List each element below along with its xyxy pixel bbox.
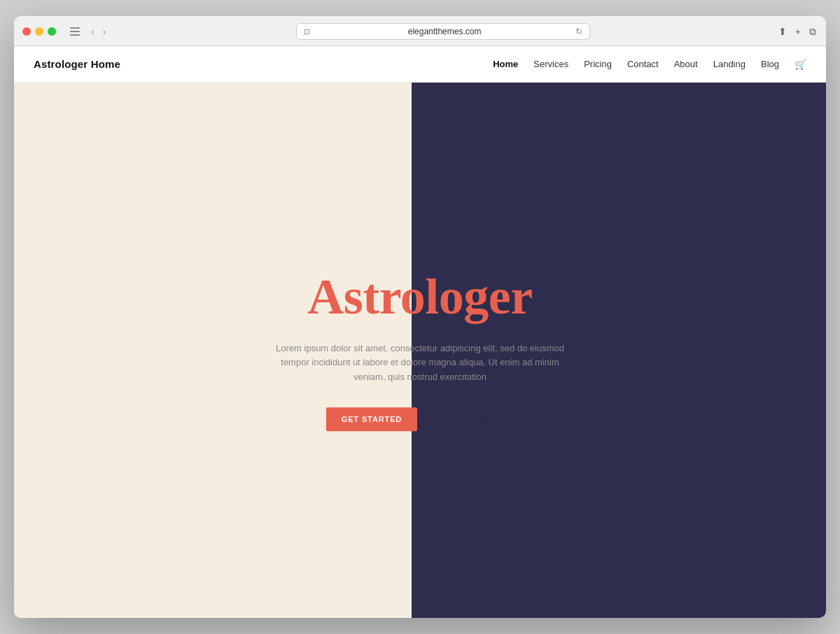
svg-rect-1 (70, 31, 80, 32)
url-text: elegantthemes.com (314, 27, 575, 36)
window-controls (67, 25, 83, 38)
svg-rect-2 (70, 34, 80, 36)
nav-contact[interactable]: Contact (627, 59, 659, 69)
nav-home[interactable]: Home (493, 59, 518, 69)
nav-arrows: ‹ › (88, 24, 108, 38)
hero-section: Astrologer Lorem ipsum dolor sit amet, c… (14, 83, 826, 618)
svg-rect-0 (70, 27, 80, 29)
browser-titlebar: ‹ › ⊡ elegantthemes.com ↻ ⬆ + ⧉ (14, 16, 826, 45)
nav-landing[interactable]: Landing (713, 59, 746, 69)
forward-arrow[interactable]: › (100, 24, 109, 38)
browser-chrome: ‹ › ⊡ elegantthemes.com ↻ ⬆ + ⧉ (14, 16, 826, 46)
address-icon: ⊡ (304, 27, 310, 36)
hero-buttons: GET STARTED CONTACT US (245, 407, 595, 431)
site-nav: Home Services Pricing Contact About Land… (493, 59, 806, 70)
cart-icon[interactable]: 🛒 (794, 59, 806, 70)
maximize-button[interactable] (48, 27, 56, 36)
address-bar[interactable]: ⊡ elegantthemes.com ↻ (296, 23, 590, 40)
browser-actions: ⬆ + ⧉ (777, 24, 818, 39)
refresh-icon[interactable]: ↻ (575, 27, 582, 36)
new-tab-icon[interactable]: + (794, 24, 802, 39)
nav-services[interactable]: Services (533, 59, 568, 69)
back-arrow[interactable]: ‹ (88, 24, 97, 38)
contact-us-button[interactable]: CONTACT US (426, 407, 514, 431)
browser-window: ‹ › ⊡ elegantthemes.com ↻ ⬆ + ⧉ Astrolog… (14, 16, 826, 618)
nav-blog[interactable]: Blog (761, 59, 779, 69)
site-logo[interactable]: Astrologer Home (34, 58, 120, 70)
nav-about[interactable]: About (674, 59, 698, 69)
hero-content: Astrologer Lorem ipsum dolor sit amet, c… (245, 269, 595, 432)
nav-pricing[interactable]: Pricing (584, 59, 612, 69)
traffic-lights (22, 27, 56, 36)
hero-subtitle: Lorem ipsum dolor sit amet, consectetur … (273, 341, 567, 385)
hero-title: Astrologer (245, 269, 595, 325)
tabs-icon[interactable]: ⧉ (808, 24, 818, 39)
close-button[interactable] (22, 27, 31, 36)
sidebar-toggle-icon[interactable] (67, 25, 83, 38)
get-started-button[interactable]: GET STARTED (326, 407, 417, 431)
share-icon[interactable]: ⬆ (777, 24, 788, 39)
site-header: Astrologer Home Home Services Pricing Co… (14, 46, 826, 83)
minimize-button[interactable] (35, 27, 43, 36)
